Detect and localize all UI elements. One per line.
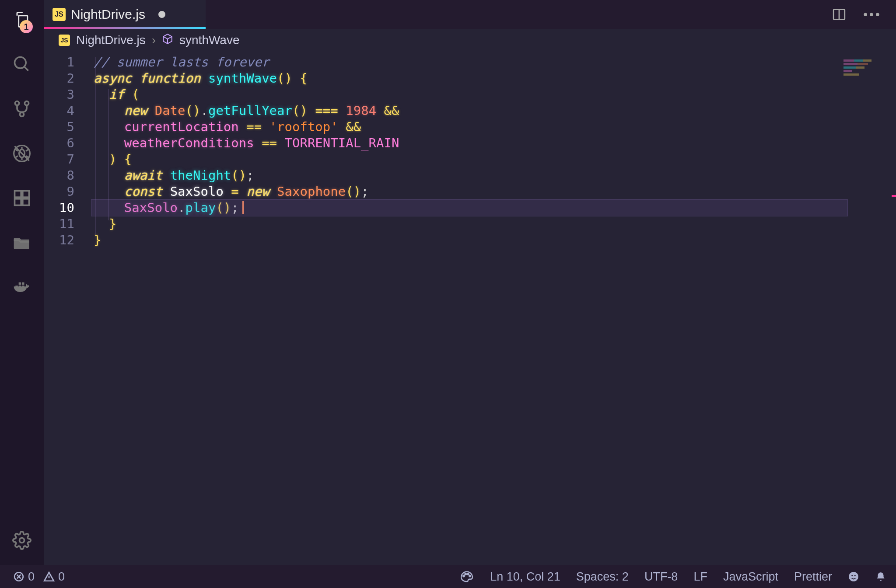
status-formatter[interactable]: Prettier	[794, 570, 832, 584]
status-errors[interactable]: 0	[13, 570, 35, 584]
status-indentation[interactable]: Spaces: 2	[576, 570, 629, 584]
status-language[interactable]: JavaScript	[723, 570, 778, 584]
gutter: 1 2 3 4 5 6 7 8 9 10 11 12	[44, 54, 86, 565]
source-control-icon[interactable]	[10, 97, 34, 121]
symbol-method-icon	[162, 33, 173, 48]
folders-icon[interactable]	[10, 231, 34, 254]
tab-label: NightDrive.js	[71, 7, 145, 22]
status-cursor-position[interactable]: Ln 10, Col 21	[490, 570, 560, 584]
svg-rect-14	[22, 282, 24, 285]
status-warnings[interactable]: 0	[43, 570, 65, 584]
debug-disabled-icon[interactable]	[10, 142, 34, 165]
status-encoding[interactable]: UTF-8	[644, 570, 678, 584]
svg-rect-7	[15, 199, 21, 205]
explorer-icon[interactable]: 1	[10, 8, 34, 31]
minimap[interactable]	[844, 59, 878, 83]
overview-ruler-mark	[892, 195, 896, 197]
split-editor-icon[interactable]	[831, 7, 847, 22]
tab-bar: JS NightDrive.js •••	[44, 0, 896, 29]
svg-point-20	[467, 574, 469, 575]
more-actions-icon[interactable]: •••	[864, 7, 880, 22]
feedback-smiley-icon[interactable]	[848, 571, 859, 582]
search-icon[interactable]	[10, 52, 34, 76]
svg-point-18	[463, 575, 464, 577]
extensions-icon[interactable]	[10, 186, 34, 210]
notifications-bell-icon[interactable]	[875, 571, 886, 582]
settings-gear-icon[interactable]	[10, 529, 34, 552]
svg-point-21	[469, 575, 471, 577]
svg-rect-9	[23, 191, 29, 198]
breadcrumb-symbol: synthWave	[179, 33, 239, 47]
svg-point-22	[849, 572, 858, 581]
svg-rect-8	[23, 199, 29, 205]
breadcrumb-file: NightDrive.js	[76, 33, 146, 47]
code-editor[interactable]: 1 2 3 4 5 6 7 8 9 10 11 12 // summer las…	[44, 52, 896, 565]
docker-icon[interactable]	[10, 275, 34, 299]
editor-group: JS NightDrive.js ••• JS NightDrive.js ›	[44, 0, 896, 565]
cursor	[242, 201, 244, 214]
breadcrumb[interactable]: JS NightDrive.js › synthWave	[44, 29, 896, 52]
svg-point-2	[24, 101, 28, 105]
js-file-icon: JS	[59, 35, 70, 46]
svg-point-19	[465, 574, 466, 575]
svg-point-23	[851, 575, 853, 576]
svg-rect-13	[19, 282, 21, 285]
explorer-badge: 1	[20, 20, 33, 33]
app-root: 1	[0, 0, 896, 588]
tab-nightdrive[interactable]: JS NightDrive.js	[44, 0, 206, 29]
svg-point-1	[15, 101, 19, 105]
status-eol[interactable]: LF	[693, 570, 707, 584]
code-area[interactable]: // summer lasts forever async function s…	[86, 54, 896, 565]
svg-point-3	[20, 112, 24, 116]
dirty-dot-icon	[158, 11, 165, 18]
svg-point-0	[15, 57, 26, 69]
activity-bar: 1	[0, 0, 44, 565]
svg-point-24	[854, 575, 856, 576]
svg-rect-6	[15, 191, 21, 198]
chevron-right-icon: ›	[152, 33, 156, 47]
active-tab-underline	[44, 27, 206, 29]
svg-point-15	[20, 538, 24, 543]
js-file-icon: JS	[52, 8, 66, 21]
color-theme-icon[interactable]	[459, 569, 474, 584]
status-bar: 0 0 Ln 10, Col 21 Spaces: 2 UTF-8 LF Jav…	[0, 565, 896, 588]
